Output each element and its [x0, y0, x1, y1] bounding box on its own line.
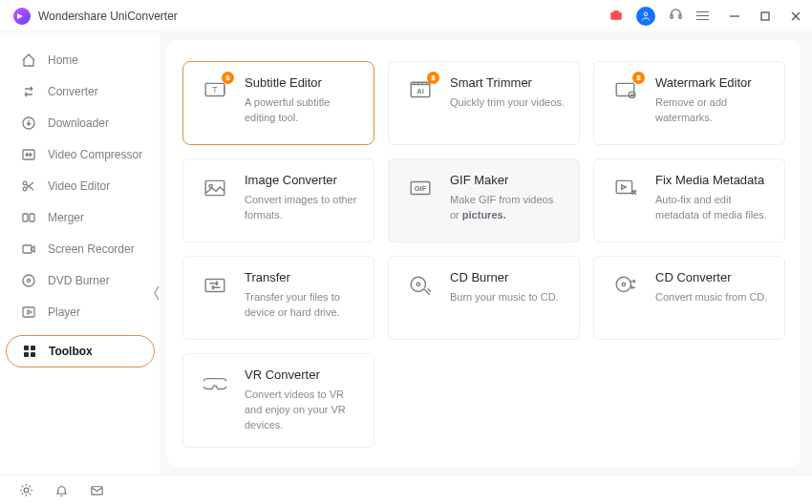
card-description: Quickly trim your videos. — [450, 95, 565, 111]
card-title: Subtitle Editor — [245, 75, 360, 90]
card-title: Watermark Editor — [655, 75, 771, 90]
card-description: A powerful subtitle editing tool. — [245, 95, 360, 126]
card-vr-converter[interactable]: VR Converter Convert videos to VR and en… — [182, 353, 374, 448]
cd-burner-icon — [404, 270, 437, 326]
feedback-button[interactable] — [90, 483, 104, 497]
sidebar-item-label: Converter — [48, 85, 98, 98]
card-title: Image Converter — [245, 173, 360, 187]
bottom-bar — [0, 474, 812, 504]
app-title: Wondershare UniConverter — [38, 10, 178, 23]
sidebar-item-label: Video Compressor — [48, 148, 142, 161]
notifications-button[interactable] — [54, 483, 69, 497]
sidebar-item-dvd-burner[interactable]: DVD Burner — [0, 266, 160, 295]
minimize-button[interactable] — [728, 10, 741, 23]
cd-converter-icon — [609, 270, 642, 326]
gif-maker-icon — [404, 173, 437, 228]
card-description: Remove or add watermarks. — [655, 95, 771, 126]
maximize-button[interactable] — [759, 10, 772, 23]
sidebar-item-label: Merger — [48, 211, 84, 224]
card-description: Auto-fix and edit metadata of media file… — [655, 193, 771, 223]
card-description: Transfer your files to device or hard dr… — [245, 290, 360, 321]
card-cd-burner[interactable]: CD Burner Burn your music to CD. — [388, 256, 580, 340]
card-title: Smart Trimmer — [450, 75, 565, 90]
card-watermark-editor[interactable]: $ Watermark Editor Remove or add waterma… — [593, 61, 785, 145]
card-title: Transfer — [245, 270, 360, 284]
close-button[interactable] — [789, 10, 802, 23]
card-description: Burn your music to CD. — [450, 290, 559, 305]
sidebar-item-toolbox[interactable]: Toolbox — [6, 335, 155, 368]
support-icon[interactable] — [669, 7, 683, 25]
sidebar-item-label: Downloader — [48, 116, 109, 130]
premium-badge: $ — [427, 72, 439, 84]
sidebar-item-label: Toolbox — [49, 345, 93, 358]
transfer-icon — [199, 270, 231, 326]
sidebar-item-converter[interactable]: Converter — [0, 77, 160, 106]
card-title: Fix Media Metadata — [655, 173, 771, 187]
sidebar-item-video-editor[interactable]: Video Editor — [0, 172, 160, 200]
toolbox-content: $ Subtitle Editor A powerful subtitle ed… — [167, 40, 801, 467]
sidebar-collapse-handle[interactable] — [153, 284, 162, 305]
card-description: Convert music from CD. — [655, 290, 767, 305]
sidebar-item-label: Player — [48, 305, 80, 319]
card-title: CD Burner — [450, 270, 559, 284]
titlebar: Wondershare UniConverter — [0, 0, 812, 32]
svg-rect-37 — [761, 12, 769, 20]
settings-button[interactable] — [19, 483, 33, 497]
card-image-converter[interactable]: Image Converter Convert images to other … — [182, 158, 374, 242]
sidebar-item-downloader[interactable]: Downloader — [0, 109, 160, 137]
fix-media-metadata-icon — [609, 173, 642, 228]
sidebar-item-merger[interactable]: Merger — [0, 203, 160, 232]
card-description: Convert videos to VR and enjoy on your V… — [245, 388, 360, 433]
brand-icon — [13, 8, 31, 25]
image-converter-icon — [199, 173, 231, 228]
premium-badge: $ — [632, 72, 645, 84]
card-title: VR Converter — [245, 368, 360, 382]
sidebar-item-player[interactable]: Player — [0, 298, 160, 326]
sidebar-item-label: Screen Recorder — [48, 242, 135, 256]
gift-icon[interactable] — [609, 8, 623, 25]
card-fix-media-metadata[interactable]: Fix Media Metadata Auto-fix and edit met… — [593, 158, 785, 242]
card-gif-maker[interactable]: GIF Maker Make GIF from videos or pictur… — [388, 158, 580, 242]
sidebar: Home Converter Downloader Video Compress… — [0, 32, 160, 474]
sidebar-item-label: DVD Burner — [48, 274, 110, 287]
card-smart-trimmer[interactable]: $ Smart Trimmer Quickly trim your videos… — [388, 61, 580, 145]
card-cd-converter[interactable]: CD Converter Convert music from CD. — [593, 256, 785, 340]
sidebar-item-video-compressor[interactable]: Video Compressor — [0, 140, 160, 169]
sidebar-item-label: Home — [48, 53, 78, 67]
card-title: GIF Maker — [450, 173, 566, 187]
premium-badge: $ — [222, 72, 234, 84]
sidebar-item-home[interactable]: Home — [0, 46, 160, 74]
card-description: Make GIF from videos or pictures. — [450, 193, 566, 223]
app-brand: Wondershare UniConverter — [13, 8, 178, 25]
sidebar-item-label: Video Editor — [48, 179, 110, 193]
card-description: Convert images to other formats. — [245, 193, 360, 223]
card-title: CD Converter — [655, 270, 767, 284]
sidebar-item-screen-recorder[interactable]: Screen Recorder — [0, 235, 160, 263]
user-avatar[interactable] — [636, 7, 655, 26]
card-subtitle-editor[interactable]: $ Subtitle Editor A powerful subtitle ed… — [182, 61, 374, 145]
menu-icon[interactable] — [696, 11, 709, 21]
card-transfer[interactable]: Transfer Transfer your files to device o… — [182, 256, 374, 340]
vr-converter-icon — [199, 368, 231, 433]
